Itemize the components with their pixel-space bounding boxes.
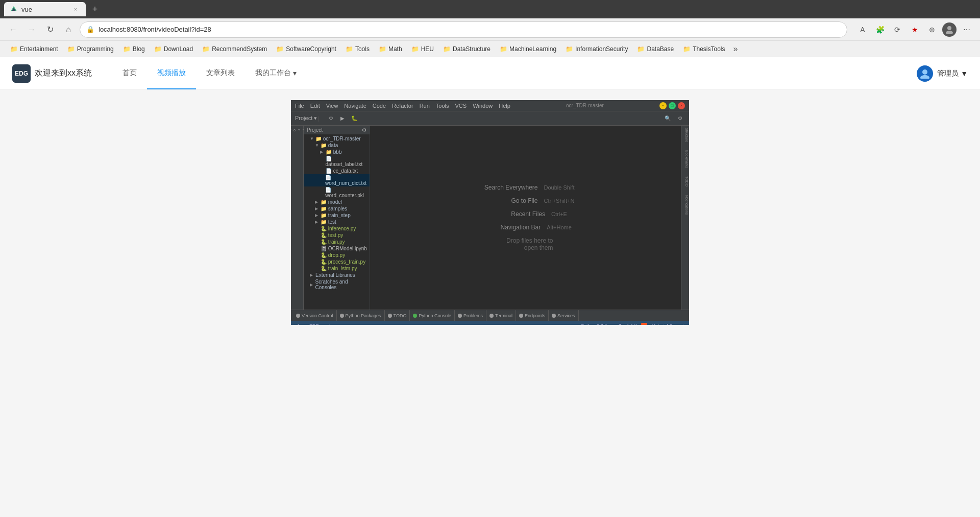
bookmark-heu[interactable]: 📁 HEU [407, 44, 438, 54]
ide-breadcrumb: Project ▾ | [295, 115, 320, 122]
tree-item-train-step[interactable]: ▶ 📁 train_step [304, 212, 370, 219]
tree-item-word-num[interactable]: 📄 word_num_dict.txt [304, 174, 370, 186]
bookmark-programming[interactable]: 📁 Programming [63, 44, 118, 54]
bookmark-blog[interactable]: 📁 Blog [119, 44, 149, 54]
nav-workspace[interactable]: 我的工作台 ▾ [245, 57, 307, 89]
right-panel-todo[interactable]: TODO [681, 174, 689, 189]
statusbar-branch[interactable]: ⎇ ocr_TDR-master [294, 323, 335, 325]
right-panel-notifications[interactable]: Notifications [681, 193, 689, 217]
bookmark-label: DataBase [647, 45, 674, 53]
tree-item-root[interactable]: ▼ 📁 ocr_TDR-master [304, 135, 370, 142]
bottom-tab-problems[interactable]: Problems [455, 310, 486, 321]
bookmark-recommendsystem[interactable]: 📁 RecommendSystem [198, 44, 271, 54]
ide-menu-window[interactable]: Window [473, 103, 493, 109]
user-name-button[interactable]: 管理员 ▼ [937, 69, 968, 78]
bottom-tab-endpoints[interactable]: Endpoints [516, 310, 549, 321]
ide-left-sidebar: Proj [291, 126, 304, 310]
ide-menu-navigate[interactable]: Navigate [344, 103, 366, 109]
profile-sync-button[interactable]: ⟳ [890, 22, 904, 37]
toolbar-settings[interactable]: ⚙ [326, 113, 336, 124]
menu-button[interactable]: ⋯ [960, 22, 974, 37]
ide-menu-tools[interactable]: Tools [436, 103, 449, 109]
right-panel-label[interactable]: Structure [681, 126, 689, 144]
nav-articles[interactable]: 文章列表 [196, 57, 245, 89]
tree-item-process-train[interactable]: 🐍 process_train.py [304, 258, 370, 265]
refresh-button[interactable]: ↻ [43, 22, 57, 37]
bookmark-download[interactable]: 📁 DownLoad [150, 44, 197, 54]
tree-item-data[interactable]: ▼ 📁 data [304, 142, 370, 149]
bookmark-thesistools[interactable]: 📁 ThesisTools [679, 44, 729, 54]
forward-button[interactable]: → [24, 22, 39, 37]
ide-menu-help[interactable]: Help [499, 103, 510, 109]
minimize-button[interactable]: − [659, 102, 667, 109]
extensions-button[interactable]: 🧩 [873, 22, 887, 37]
bookmark-machinelearning[interactable]: 📁 MachineLearning [496, 44, 560, 54]
ide-menu-file[interactable]: File [295, 103, 304, 109]
shortcut-key: Ctrl+E [551, 211, 567, 217]
tree-item-drop[interactable]: 🐍 drop.py [304, 252, 370, 258]
bookmark-datastructure[interactable]: 📁 DataStructure [439, 44, 495, 54]
address-bar[interactable]: 🔒 localhost:8080/front/videoDetail?id=28 [80, 21, 847, 38]
bookmark-database[interactable]: 📁 DataBase [633, 44, 678, 54]
nav-video[interactable]: 视频播放 [147, 57, 196, 89]
bottom-tab-versioncontrol[interactable]: Version Control [293, 310, 337, 321]
tree-item-samples[interactable]: ▶ 📁 samples [304, 205, 370, 212]
statusbar-plugin[interactable]: Material Oceanic [651, 323, 686, 325]
tree-item-train-py[interactable]: 🐍 train.py [304, 239, 370, 245]
back-button[interactable]: ← [6, 22, 20, 37]
right-panel-bookmarks[interactable]: Bookmarks [681, 148, 689, 170]
profile-button[interactable] [942, 22, 957, 37]
bottom-tab-services[interactable]: Services [549, 310, 579, 321]
ide-menu-vcs[interactable]: VCS [455, 103, 467, 109]
toolbar-search[interactable]: 🔍 [663, 113, 673, 124]
translate-button[interactable]: A [855, 22, 870, 37]
bottom-tab-terminal[interactable]: Terminal [486, 310, 516, 321]
tree-item-cc-data[interactable]: 📄 cc_data.txt [304, 168, 370, 174]
toolbar-debug[interactable]: 🐛 [349, 113, 359, 124]
tree-item-external-libs[interactable]: ▶ External Libraries [304, 272, 370, 278]
bottom-tab-pythonpackages[interactable]: Python Packages [337, 310, 385, 321]
tree-item-ocrmodel[interactable]: 📓 OCRModel.ipynb [304, 245, 370, 252]
ide-menu-edit[interactable]: Edit [310, 103, 320, 109]
ide-menu-code[interactable]: Code [373, 103, 386, 109]
ide-menu-refactor[interactable]: Refactor [392, 103, 413, 109]
toolbar-run[interactable]: ▶ [337, 113, 348, 124]
toolbar-settings2[interactable]: ⚙ [675, 113, 685, 124]
tree-item-train-lstm[interactable]: 🐍 train_lstm.py [304, 265, 370, 272]
tree-item-test-py[interactable]: 🐍 test.py [304, 232, 370, 239]
active-tab[interactable]: vue × [4, 2, 86, 16]
ide-editor-empty-state: Search Everywhere Double Shift Go to Fil… [370, 126, 681, 310]
project-settings-icon[interactable]: ⚙ [362, 127, 366, 133]
home-button[interactable]: ⌂ [61, 22, 76, 37]
bookmark-math[interactable]: 📁 Math [375, 44, 406, 54]
user-avatar [917, 65, 933, 82]
site-title: 欢迎来到xx系统 [35, 68, 92, 79]
tree-item-model[interactable]: ▶ 📁 model [304, 199, 370, 205]
nav-home[interactable]: 首页 [112, 57, 147, 89]
bookmark-informationsecurity[interactable]: 📁 InformationSecurity [561, 44, 632, 54]
ide-menu-view[interactable]: View [326, 103, 338, 109]
tree-item-dataset-label[interactable]: 📄 dataset_label.txt [304, 155, 370, 168]
statusbar-python[interactable]: Python 3.7 (tensorflow1.14) [581, 323, 637, 325]
statusbar-plugin-icon[interactable] [641, 323, 647, 325]
tree-item-test-folder[interactable]: ▶ 📁 test [304, 219, 370, 225]
tree-item-scratches[interactable]: ▶ Scratches and Consoles [304, 278, 370, 291]
favorites-button[interactable]: ★ [908, 22, 922, 37]
ide-window: File Edit View Navigate Code Refactor Ru… [291, 100, 689, 325]
tab-close-button[interactable]: × [71, 5, 80, 13]
new-tab-button[interactable]: + [88, 2, 102, 16]
bookmarks-more-button[interactable]: » [730, 43, 741, 55]
bottom-tab-pythonconsole[interactable]: Python Console [410, 310, 455, 321]
bookmark-tools[interactable]: 📁 Tools [341, 44, 374, 54]
bookmark-softwarecopyright[interactable]: 📁 SoftwareCopyright [272, 44, 340, 54]
collections-button[interactable]: ⊕ [925, 22, 939, 37]
bottom-tab-todo[interactable]: TODO [385, 310, 410, 321]
tree-item-inference[interactable]: 🐍 inference.py [304, 225, 370, 232]
close-button[interactable]: × [678, 102, 685, 109]
tree-item-bbb[interactable]: ▶ 📁 bbb [304, 149, 370, 155]
bookmark-entertainment[interactable]: 📁 Entertainment [6, 44, 62, 54]
tree-item-word-counter[interactable]: 📄 word_counter.pkl [304, 186, 370, 199]
maximize-button[interactable]: □ [669, 102, 676, 109]
ide-menu-run[interactable]: Run [420, 103, 430, 109]
folder-icon: 📁 [411, 45, 419, 53]
